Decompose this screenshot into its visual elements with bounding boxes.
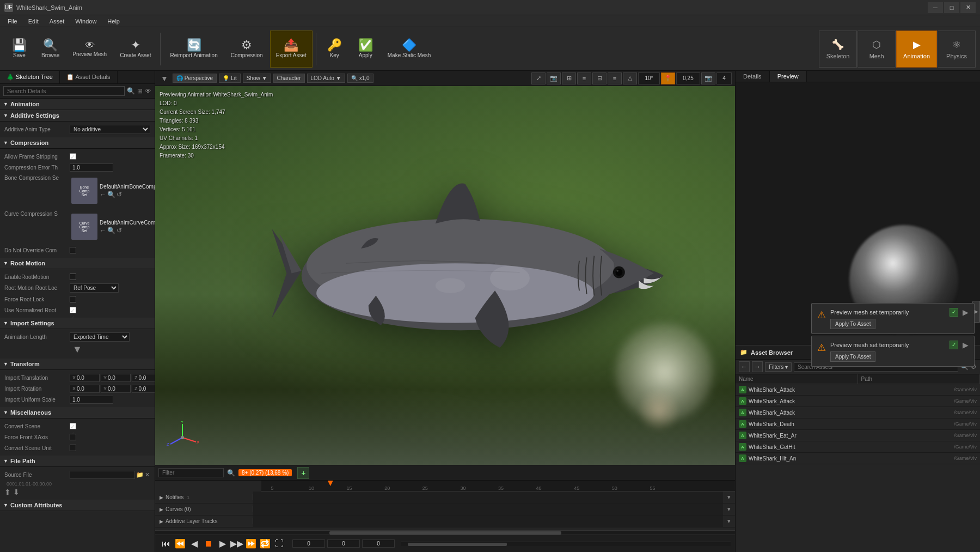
frame-start-input[interactable] [292,539,325,548]
notifies-expand[interactable]: ▶ [160,495,163,500]
section-additive-settings[interactable]: ▼ Additive Settings [0,110,155,122]
source-file-browse-icon[interactable]: 📁 [136,471,144,478]
curves-add-icon[interactable]: ▾ [723,506,735,513]
section-animation[interactable]: ▼ Animation [0,99,155,110]
notification-1-close-icon[interactable]: ▶ [963,308,969,317]
menu-help[interactable]: Help [102,17,125,26]
compression-button[interactable]: ⚙ Compression [225,31,269,68]
rotation-input[interactable] [638,72,660,84]
filter-search-icon[interactable]: 🔍 [227,469,235,477]
do-not-override-checkbox[interactable] [70,247,76,253]
additive-expand[interactable]: ▶ [160,519,163,524]
bone-comp-reset-icon[interactable]: ↺ [117,191,122,198]
key-button[interactable]: 🔑 Key [320,31,350,68]
additive-add-icon[interactable]: ▾ [723,518,735,525]
snap-value-input[interactable] [676,72,700,84]
curve-comp-search-icon[interactable]: 🔍 [107,227,115,234]
section-miscellaneous[interactable]: ▼ Miscellaneous [0,407,155,418]
notification-2-check-icon[interactable]: ✓ [950,341,958,349]
asset-browser-back-button[interactable]: ← [739,361,750,372]
additive-content[interactable] [253,515,723,527]
frame-current-input[interactable] [327,539,360,548]
reimport-animation-button[interactable]: 🔄 Reimport Animation [164,31,223,68]
import-rotation-y-input[interactable]: Y0.0 [101,385,131,393]
asset-item-2[interactable]: A WhiteShark_Attack /Game/Viv [736,407,980,418]
camera-speed-icon[interactable]: 📷 [701,72,715,84]
mode-animation-button[interactable]: ▶ Animation [896,31,937,68]
section-transform[interactable]: ▼ Transform [0,359,155,370]
col-path[interactable]: Path [858,374,981,384]
root-motion-lock-select[interactable]: Ref Pose [70,283,119,293]
search-icon[interactable]: 🔍 [127,87,135,95]
asset-item-5[interactable]: A WhiteShark_GetHit /Game/Viv [736,441,980,453]
playback-scrollbar-thumb[interactable] [408,543,507,546]
maximize-button[interactable]: □ [944,2,959,13]
source-file-clear-icon[interactable]: ✕ [145,471,150,478]
menu-file[interactable]: File [2,17,23,26]
triangle-icon[interactable]: △ [623,72,637,84]
timeline-scrollbar[interactable] [155,530,735,535]
import-rotation-x-input[interactable]: X0.0 [70,385,100,393]
allow-frame-stripping-checkbox[interactable]: ✓ [70,153,76,160]
minimize-button[interactable]: ─ [928,2,943,13]
preview-mesh-button[interactable]: 👁 Preview Mesh [66,31,113,68]
next-button[interactable]: ▶▶ [230,537,243,550]
menu-edit[interactable]: Edit [23,17,44,26]
lit-button[interactable]: 💡 Lit [219,74,241,83]
additive-anim-type-value[interactable]: No additive [70,125,150,134]
playback-scrollbar[interactable] [401,542,731,546]
curves-content[interactable] [253,504,723,515]
play-button[interactable]: ▶ [216,537,229,550]
notification-1-apply-button[interactable]: Apply To Asset [830,319,875,329]
tab-skeleton-tree[interactable]: 🌲 Skeleton Tree [0,71,60,83]
save-button[interactable]: 💾 Save [4,31,34,68]
mode-physics-button[interactable]: ⚛ Physics [938,31,976,68]
perspective-button[interactable]: 🌐 Perspective [173,74,217,83]
mode-mesh-button[interactable]: ⬡ Mesh [857,31,896,68]
create-asset-button[interactable]: ✦ Create Asset [114,31,157,68]
section-file-path[interactable]: ▼ File Path [0,456,155,467]
fullscreen-button[interactable]: ⛶ [273,537,286,550]
section-custom-attributes[interactable]: ▼ Custom Attributes [0,500,155,511]
source-file-input[interactable] [70,471,135,479]
bone-comp-search-icon[interactable]: 🔍 [107,191,115,198]
menu-asset[interactable]: Asset [44,17,70,26]
menu-window[interactable]: Window [70,17,102,26]
curve-comp-reset-icon[interactable]: ↺ [117,227,122,234]
import-rotation-z-input[interactable]: Z0.0 [132,385,155,393]
asset-item-6[interactable]: A WhiteShark_Hit_An /Game/Viv [736,453,980,464]
asset-item-1[interactable]: A WhiteShark_Attack /Game/Viv [736,396,980,407]
tab-preview[interactable]: Preview [770,71,807,82]
import-translation-z-input[interactable]: Z0.0 [132,374,155,382]
stat-icon[interactable]: ≡ [608,72,622,84]
asset-item-4[interactable]: A WhiteShark_Eat_Ar /Game/Viv [736,430,980,441]
zoom-button[interactable]: 🔍 x1,0 [347,74,373,83]
prev-frame-button[interactable]: ⏪ [174,537,187,550]
make-static-mesh-button[interactable]: 🔷 Make Static Mesh [382,31,437,68]
notifies-add-icon[interactable]: ▾ [723,494,735,501]
section-root-motion[interactable]: ▼ Root Motion [0,258,155,269]
filter-icon[interactable]: 👁 [145,87,151,95]
convert-scene-unit-checkbox[interactable] [70,445,76,451]
source-next-icon[interactable]: ⬇ [13,488,20,496]
prev-button[interactable]: ◀ [188,537,201,550]
asset-item-3[interactable]: A WhiteShark_Death /Game/Viv [736,418,980,430]
show-button[interactable]: Show ▼ [243,74,271,83]
animation-length-select[interactable]: Exported Time [70,332,130,342]
timeline-scrollbar-thumb[interactable] [329,531,561,535]
expand-import-icon[interactable]: ▼ [72,344,82,355]
notification-2-close-icon[interactable]: ▶ [963,341,969,349]
force-root-lock-checkbox[interactable] [70,296,76,302]
use-normalized-root-checkbox[interactable]: ✓ [70,307,76,313]
curve-comp-arrow-icon[interactable]: ← [100,227,106,234]
col-name[interactable]: Name [736,374,858,384]
camera-icon[interactable]: 📷 [547,72,561,84]
apply-button[interactable]: ✅ Apply [351,31,381,68]
import-translation-y-input[interactable]: Y0.0 [101,374,131,382]
viewport[interactable]: Previewing Animation WhiteShark_Swim_Ani… [155,86,735,465]
source-prev-icon[interactable]: ⬆ [4,488,11,496]
snap-icon[interactable]: 📍 [661,72,675,84]
rewind-button[interactable]: ⏮ [160,537,173,550]
character-button[interactable]: Character [273,74,305,83]
view-options-icon[interactable]: ⊞ [137,87,143,95]
